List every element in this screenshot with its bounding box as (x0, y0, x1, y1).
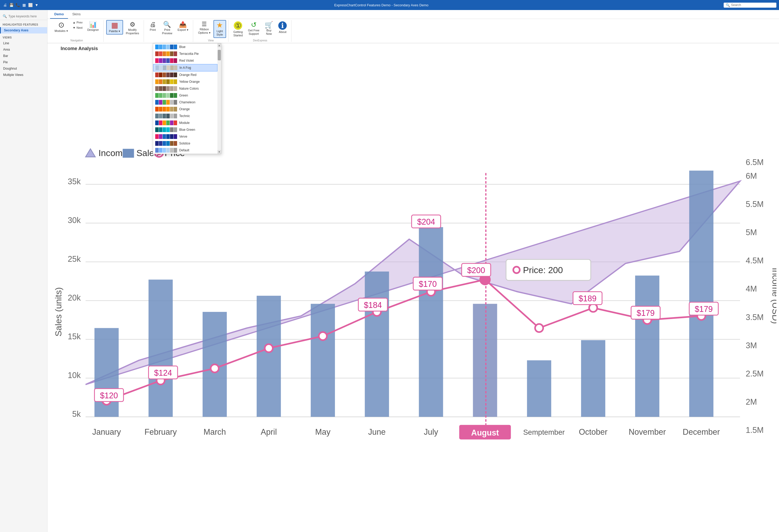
palette-item-in-a-fog[interactable]: In A Fog (153, 64, 218, 71)
ribbon-btn-prev[interactable]: ▲ Prev (71, 20, 84, 25)
ribbon-btn-print[interactable]: 🖨 Print (146, 20, 159, 33)
light-style-icon: ★ (216, 21, 223, 29)
svg-text:April: April (261, 427, 277, 436)
svg-text:Income (USD): Income (USD) (771, 268, 776, 324)
svg-text:June: June (368, 427, 385, 436)
sidebar-search-area[interactable]: 🔍 (0, 13, 47, 20)
svg-text:2M: 2M (746, 398, 757, 407)
sidebar-item-multiple-views[interactable]: Multiple Views (0, 72, 47, 78)
svg-rect-39 (257, 296, 281, 417)
svg-text:6.5M: 6.5M (746, 158, 764, 167)
dropdown-icon[interactable]: ▼ (34, 3, 39, 7)
svg-rect-45 (581, 340, 605, 417)
svg-text:$179: $179 (637, 309, 655, 318)
ribbon: ⊙ Modules ▾ ▲ Prev ▼ Next (48, 19, 779, 43)
sidebar-item-doughnut[interactable]: Doughnut (0, 65, 47, 72)
shape-icon[interactable]: ⬜ (28, 3, 33, 7)
title-search-input[interactable] (731, 3, 773, 7)
palette-item-terracotta-pie[interactable]: Terracotta Pie (153, 50, 218, 57)
svg-text:6M: 6M (746, 171, 757, 180)
ribbon-btn-free-support[interactable]: ↺ Get FreeSupport (246, 20, 262, 37)
svg-text:January: January (92, 427, 121, 436)
svg-rect-44 (527, 360, 551, 417)
svg-text:10k: 10k (68, 371, 81, 380)
view-label: View (208, 39, 214, 42)
ribbon-btn-palette[interactable]: ▦ Palette ▾ (106, 20, 123, 35)
svg-text:$200: $200 (467, 266, 485, 275)
svg-point-57 (535, 324, 543, 332)
print-icon[interactable]: 🖨 (3, 3, 7, 7)
ribbon-btn-modules[interactable]: ⊙ Modules ▾ (52, 20, 70, 34)
palette-item-blue-green[interactable]: Blue Green (153, 126, 218, 133)
palette-item-blue[interactable]: Blue (153, 44, 218, 50)
svg-text:5.5M: 5.5M (746, 199, 764, 209)
svg-text:May: May (315, 427, 331, 436)
palette-item-nature-colors[interactable]: Nature Colors (153, 85, 218, 92)
svg-rect-41 (365, 272, 389, 417)
ribbon-btn-getting-started[interactable]: ① GettingStarted (231, 20, 245, 39)
svg-text:4M: 4M (746, 285, 757, 293)
svg-rect-3 (123, 149, 134, 158)
about-icon: ℹ (278, 21, 287, 30)
scroll-up-arrow[interactable]: ▲ (218, 44, 221, 47)
svg-rect-37 (148, 280, 173, 417)
content-area: Demo Skins ⊙ Modules ▾ ▲ Prev (48, 10, 779, 532)
title-search-box[interactable]: 🔍 (724, 3, 776, 8)
svg-text:5k: 5k (72, 410, 81, 419)
sidebar-item-area[interactable]: Area (0, 46, 47, 53)
palette-dropdown: BlueTerracotta PieRed VioletIn A FogOran… (153, 43, 221, 154)
sidebar-item-secondary-axes[interactable]: Secondary Axes (0, 27, 47, 34)
ribbon-options-icon: ☰ (201, 21, 207, 27)
svg-text:$170: $170 (419, 280, 437, 289)
scroll-track (218, 47, 221, 150)
buy-now-icon: 🛒 (264, 21, 273, 28)
palette-list: BlueTerracotta PieRed VioletIn A FogOran… (153, 44, 221, 154)
svg-rect-43 (473, 304, 497, 417)
ribbon-btn-next[interactable]: ▼ Next (71, 25, 84, 30)
palette-item-technic[interactable]: Technic (153, 113, 218, 119)
ribbon-btn-light-style[interactable]: ★ LightStyle (214, 20, 226, 38)
tab-demo[interactable]: Demo (50, 10, 68, 19)
palette-item-yellow-orange[interactable]: Yellow Orange (153, 78, 218, 85)
phone-icon[interactable]: 📞 (15, 3, 20, 7)
ribbon-btn-printpreview[interactable]: 🔍 PrintPreview (160, 20, 175, 37)
palette-item-module[interactable]: Module (153, 119, 218, 126)
svg-text:October: October (579, 427, 607, 436)
svg-text:$179: $179 (695, 304, 713, 313)
palette-item-green[interactable]: Green (153, 92, 218, 99)
ribbon-btn-about[interactable]: ℹ About (276, 20, 289, 35)
ribbon-btn-export[interactable]: 📤 Export ▾ (175, 20, 191, 33)
scroll-down-arrow[interactable]: ▼ (218, 150, 221, 154)
palette-item-red-violet[interactable]: Red Violet (153, 57, 218, 64)
palette-item-orange[interactable]: Orange (153, 106, 218, 113)
svg-text:August: August (471, 428, 499, 437)
ribbon-btn-buy-now[interactable]: 🛒 BuyNow (262, 20, 276, 37)
sidebar-search-input[interactable] (8, 14, 43, 18)
svg-point-52 (265, 344, 273, 352)
svg-point-51 (211, 364, 219, 372)
svg-text:1.5M: 1.5M (746, 426, 764, 435)
palette-item-verve[interactable]: Verve (153, 133, 218, 140)
sidebar-item-pie[interactable]: Pie (0, 59, 47, 65)
ribbon-btn-modify[interactable]: ⚙ ModifyProperties (124, 20, 141, 37)
sidebar-item-bar[interactable]: Bar (0, 53, 47, 59)
svg-text:3.5M: 3.5M (746, 313, 764, 321)
tab-skins[interactable]: Skins (68, 10, 85, 19)
scroll-thumb[interactable] (218, 50, 221, 60)
ribbon-btn-designer[interactable]: 📊 Designer (85, 20, 101, 33)
save-icon[interactable]: 💾 (9, 3, 14, 7)
palette-item-orange-red[interactable]: Orange Red (153, 71, 218, 78)
layout-icon[interactable]: ▦ (21, 3, 26, 7)
svg-text:March: March (203, 427, 226, 436)
ribbon-btn-ribbon-options[interactable]: ☰ RibbonOptions ▾ (196, 20, 213, 36)
devexpress-label: DevExpress (253, 39, 267, 42)
palette-item-default[interactable]: Default (153, 147, 218, 154)
palette-items: ▦ Palette ▾ ⚙ ModifyProperties (106, 20, 141, 41)
tab-bar: Demo Skins (48, 10, 779, 19)
sidebar-search-icon: 🔍 (3, 14, 7, 18)
palette-item-chameleon[interactable]: Chameleon (153, 99, 218, 106)
free-support-icon: ↺ (251, 21, 257, 28)
palette-item-solstice[interactable]: Solstice (153, 140, 218, 147)
sidebar-item-line[interactable]: Line (0, 40, 47, 46)
svg-text:Sales (units): Sales (units) (54, 287, 63, 337)
